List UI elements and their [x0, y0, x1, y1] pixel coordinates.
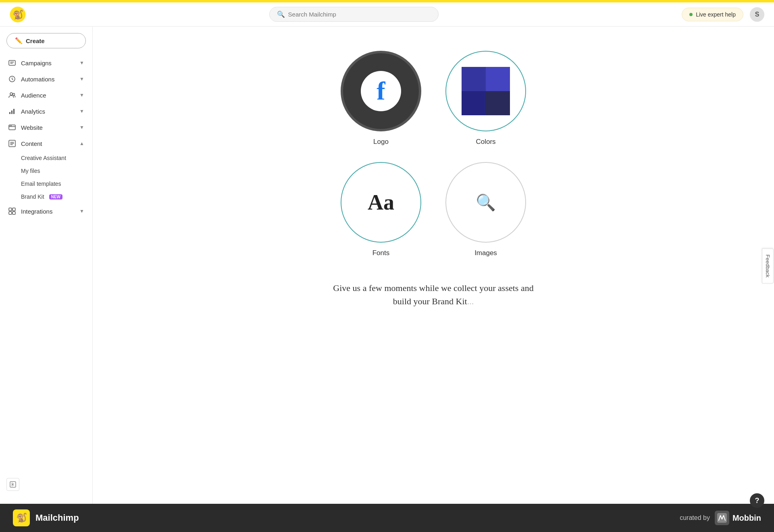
search-input[interactable] [288, 11, 431, 18]
sidebar-item-audience[interactable]: Audience ▼ [0, 87, 92, 103]
loading-dots: ... [467, 296, 474, 306]
avatar-initial: S [755, 11, 759, 18]
email-templates-label: Email templates [21, 181, 61, 187]
sidebar-item-brand-kit[interactable]: Brand Kit New [21, 190, 92, 203]
brand-grid: f Logo [341, 51, 526, 257]
loading-text-content: Give us a few moments while we collect y… [333, 283, 533, 306]
svg-rect-7 [11, 110, 12, 114]
automations-icon [8, 75, 16, 83]
feedback-label: Feedback [765, 254, 771, 277]
sidebar: ✏️ Create Campaigns ▼ Automations ▼ [0, 27, 93, 504]
svg-point-10 [10, 125, 10, 126]
analytics-chevron: ▼ [79, 108, 84, 114]
content-label: Content [21, 140, 42, 147]
logo-preview: f [361, 71, 401, 111]
live-help-button[interactable]: Live expert help [682, 8, 743, 21]
integrations-icon [8, 207, 16, 215]
creative-assistant-label: Creative Assistant [21, 155, 66, 161]
sidebar-item-integrations[interactable]: Integrations ▼ [0, 203, 92, 219]
automations-chevron: ▼ [79, 76, 84, 82]
create-label: Create [26, 37, 45, 44]
footer-curated-label: curated by [680, 514, 710, 522]
content-chevron: ▲ [79, 141, 84, 146]
sidebar-item-automations[interactable]: Automations ▼ [0, 71, 92, 87]
campaigns-chevron: ▼ [79, 60, 84, 66]
images-label: Images [474, 249, 497, 257]
search-bar[interactable]: 🔍 [269, 7, 439, 22]
images-circle[interactable]: 🔍 [445, 162, 526, 243]
svg-point-4 [10, 93, 12, 95]
images-search-icon: 🔍 [476, 193, 496, 212]
content-subnav: Creative Assistant My files Email templa… [0, 152, 92, 203]
svg-text:🐒: 🐒 [12, 9, 24, 20]
svg-rect-2 [9, 60, 15, 65]
pencil-icon: ✏️ [15, 37, 23, 44]
help-icon: ? [755, 497, 759, 505]
svg-rect-16 [12, 212, 15, 214]
footer-curated-area: curated by Mobbin [680, 511, 761, 525]
mobbin-label: Mobbin [732, 513, 761, 523]
my-files-label: My files [21, 168, 40, 174]
header-right: Live expert help S [682, 7, 764, 22]
color-swatch-3 [462, 91, 486, 115]
website-icon [8, 123, 16, 131]
header-logo[interactable]: 🐒 [10, 6, 26, 23]
sidebar-item-website[interactable]: Website ▼ [0, 119, 92, 135]
colors-circle[interactable] [445, 51, 526, 131]
new-badge: New [49, 194, 62, 200]
create-button[interactable]: ✏️ Create [6, 33, 86, 48]
integrations-label: Integrations [21, 208, 52, 215]
color-swatch-1 [462, 67, 486, 91]
audience-label: Audience [21, 92, 46, 99]
fonts-label: Fonts [372, 249, 390, 257]
audience-chevron: ▼ [79, 92, 84, 98]
svg-rect-18 [717, 513, 727, 523]
svg-rect-8 [13, 109, 15, 114]
live-help-label: Live expert help [696, 11, 736, 18]
brand-item-images: 🔍 Images [445, 162, 526, 257]
logo-label: Logo [373, 138, 389, 146]
brand-kit-label: Brand Kit [21, 193, 44, 200]
campaigns-icon [8, 59, 16, 67]
sidebar-item-campaigns[interactable]: Campaigns ▼ [0, 55, 92, 71]
logo-circle[interactable]: f [341, 51, 421, 131]
svg-rect-13 [9, 208, 12, 211]
content-icon [8, 139, 16, 148]
website-chevron: ▼ [79, 125, 84, 130]
integrations-chevron: ▼ [79, 208, 84, 214]
sidebar-item-analytics[interactable]: Analytics ▼ [0, 103, 92, 119]
main-layout: ✏️ Create Campaigns ▼ Automations ▼ [0, 27, 774, 504]
website-label: Website [21, 124, 43, 131]
sidebar-item-email-templates[interactable]: Email templates [21, 177, 92, 190]
help-button[interactable]: ? [750, 493, 764, 508]
sidebar-item-content[interactable]: Content ▲ [0, 135, 92, 152]
svg-point-11 [11, 125, 12, 126]
color-swatch-2 [486, 67, 510, 91]
color-swatch-4 [486, 91, 510, 115]
sidebar-item-creative-assistant[interactable]: Creative Assistant [21, 152, 92, 164]
svg-rect-6 [9, 112, 10, 114]
brand-item-fonts: Aa Fonts [341, 162, 421, 257]
fonts-circle[interactable]: Aa [341, 162, 421, 243]
footer-brand-label: Mailchimp [35, 513, 79, 523]
mobbin-icon [715, 511, 729, 525]
audience-icon [8, 91, 16, 99]
automations-label: Automations [21, 76, 54, 83]
collapse-icon [10, 481, 16, 488]
svg-rect-14 [12, 208, 15, 211]
colors-label: Colors [476, 138, 495, 146]
sidebar-item-my-files[interactable]: My files [21, 164, 92, 177]
footer: 🐒 Mailchimp curated by Mobbin [0, 504, 774, 532]
collapse-sidebar-button[interactable] [6, 478, 19, 491]
main-content: f Logo [93, 27, 774, 504]
feedback-tab[interactable]: Feedback [762, 248, 774, 283]
mobbin-logo[interactable]: Mobbin [715, 511, 761, 525]
avatar-button[interactable]: S [750, 7, 764, 22]
facebook-f-icon: f [377, 78, 385, 104]
loading-message: Give us a few moments while we collect y… [325, 281, 542, 308]
footer-brand-area: 🐒 Mailchimp [13, 509, 79, 526]
search-icon: 🔍 [277, 10, 285, 18]
campaigns-label: Campaigns [21, 60, 52, 66]
mobbin-brand-icon [717, 513, 727, 523]
analytics-icon [8, 107, 16, 115]
